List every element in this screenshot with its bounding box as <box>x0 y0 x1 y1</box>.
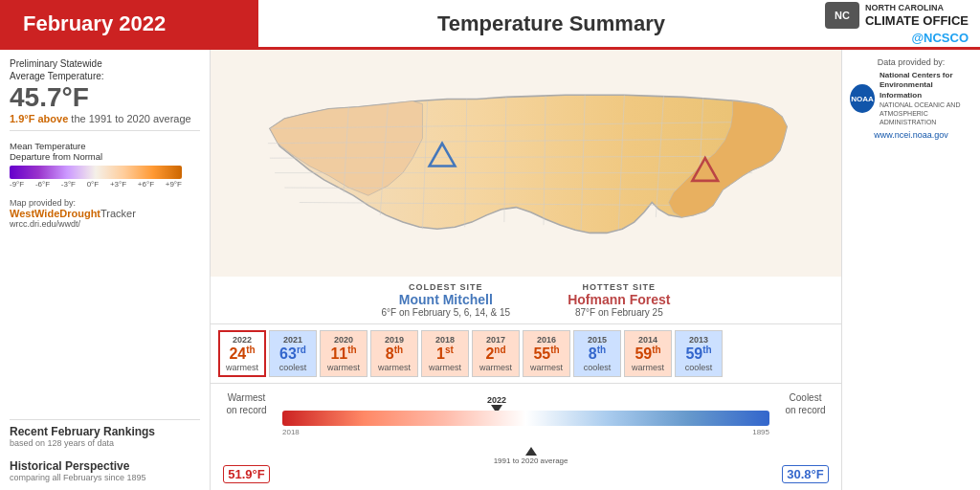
coolest-label: Cooleston record <box>779 391 832 416</box>
center-panel: COLDEST SITE Mount Mitchell 6°F on Febru… <box>211 50 841 490</box>
coldest-site-name: Mount Mitchell <box>382 292 511 307</box>
nc-map <box>211 50 841 277</box>
nc-icon: NC <box>825 2 859 29</box>
rank-number: 59th <box>635 345 660 363</box>
rank-number: 63rd <box>279 345 306 363</box>
rank-cell-2019: 2019 8th warmest <box>370 330 418 377</box>
rank-year: 2013 <box>689 335 708 345</box>
hottest-site-name: Hofmann Forest <box>568 292 670 307</box>
map-provider-link[interactable]: WestWideDroughtTracker <box>10 208 200 219</box>
noaa-logo: NOAA National Centers forEnvironmental I… <box>850 71 972 126</box>
rank-label: warmest <box>632 363 664 372</box>
rank-year: 2015 <box>588 335 607 345</box>
rank-number: 59th <box>685 345 711 363</box>
map-provider-label: Map provided by: <box>10 198 200 208</box>
warmest-year: 2018 <box>282 428 300 436</box>
page-header: February 2022 Temperature Summary NC NOR… <box>0 0 980 50</box>
warmest-temp: 51.9°F <box>223 465 269 483</box>
legend-title: Mean TemperatureDeparture from Normal <box>10 141 200 163</box>
rank-label: coolest <box>279 363 307 372</box>
hist-avg-marker <box>525 447 537 456</box>
rank-cell-2017: 2017 2nd warmest <box>472 330 520 377</box>
page-subtitle: Temperature Summary <box>437 11 665 35</box>
avg-temp-value: 45.7°F <box>10 82 200 113</box>
color-bar-labels: -9°F -6°F -3°F 0°F +3°F +6°F +9°F <box>10 180 182 189</box>
above-prefix: above <box>37 113 68 124</box>
rank-label: warmest <box>429 363 461 372</box>
rank-cell-2015: 2015 8th coolest <box>573 330 621 377</box>
subtitle-area: Temperature Summary <box>258 11 825 36</box>
rank-year: 2017 <box>486 335 505 345</box>
rank-year: 2019 <box>385 335 404 345</box>
map-provider: Map provided by: WestWideDroughtTracker … <box>10 198 200 229</box>
rank-number: 8th <box>386 345 403 363</box>
rankings-section: Recent February Rankings based on 128 ye… <box>10 419 200 448</box>
rankings-bar: 2022 24th warmest 2021 63rd coolest 2020… <box>211 324 841 384</box>
rank-cell-2020: 2020 11th warmest <box>320 330 368 377</box>
twitter-handle[interactable]: @NCSCO <box>911 31 969 45</box>
coolest-temp: 30.8°F <box>782 465 828 483</box>
rank-number: 11th <box>330 345 356 363</box>
rank-cell-2018: 2018 1st warmest <box>421 330 469 377</box>
rank-number: 2nd <box>485 345 505 363</box>
historical-bar: Warmeston record 2022 <box>211 384 841 490</box>
historical-title: Historical Perspective <box>10 459 200 473</box>
above-value: 1.9°F <box>10 113 34 124</box>
rank-cell-2013: 2013 59th coolest <box>675 330 723 377</box>
noaa-org-name: National Centers forEnvironmental Inform… <box>880 71 972 126</box>
rank-label: warmest <box>530 363 563 372</box>
hottest-site-detail: 87°F on February 25 <box>568 307 670 318</box>
coldest-site-type: COLDEST SITE <box>382 282 511 292</box>
rank-cell-2021: 2021 63rd coolest <box>269 330 317 377</box>
main-content: Preliminary StatewideAverage Temperature… <box>0 50 980 490</box>
hottest-site-type: HOTTEST SITE <box>568 282 670 292</box>
rank-year: 2022 <box>233 335 252 345</box>
nc-climate-logo: NC NORTH CAROLINACLIMATE OFFICE <box>825 2 969 29</box>
rank-label: warmest <box>378 363 411 372</box>
rank-label: warmest <box>327 363 360 372</box>
hist-temp-row: 51.9°F 30.8°F <box>220 465 832 482</box>
org-branding: NC NORTH CAROLINACLIMATE OFFICE @NCSCO <box>825 2 980 45</box>
historical-section: Historical Perspective comparing all Feb… <box>10 459 200 482</box>
rank-label: warmest <box>226 363 258 372</box>
color-bar <box>10 166 182 179</box>
rank-year: 2020 <box>334 335 353 345</box>
rankings-title: Recent February Rankings <box>10 425 200 438</box>
historical-subtitle: comparing all Februarys since 1895 <box>10 473 200 482</box>
nc-map-svg <box>211 50 841 277</box>
rank-label: warmest <box>479 363 512 372</box>
data-provider-section: Data provided by: NOAA National Centers … <box>850 57 972 140</box>
hist-gradient-bar <box>282 411 769 426</box>
hottest-site-box: HOTTEST SITE Hofmann Forest 87°F on Febr… <box>568 282 670 318</box>
rank-number: 24th <box>229 345 255 363</box>
rank-number: 55th <box>533 345 559 363</box>
rank-year: 2014 <box>638 335 657 345</box>
rank-cell-2016: 2016 55th warmest <box>523 330 570 377</box>
noaa-icon: NOAA <box>850 84 875 113</box>
left-panel: Preliminary StatewideAverage Temperature… <box>0 50 211 490</box>
rankings-subtitle: based on 128 years of data <box>10 438 200 448</box>
coolest-year: 1895 <box>752 428 769 436</box>
data-provider-label: Data provided by: <box>850 57 972 67</box>
page-title: February 2022 <box>23 11 166 36</box>
coldest-site-box: COLDEST SITE Mount Mitchell 6°F on Febru… <box>382 282 511 318</box>
rank-cell-2022: 2022 24th warmest <box>218 330 266 377</box>
title-banner: February 2022 <box>0 0 258 49</box>
temperature-section: Preliminary StatewideAverage Temperature… <box>10 57 200 131</box>
hist-bar-wrapper: 2022 1991 to 2020 average <box>282 391 769 465</box>
warmest-label: Warmeston record <box>220 391 273 416</box>
rank-cell-2014: 2014 59th warmest <box>624 330 672 377</box>
prelim-label: Preliminary StatewideAverage Temperature… <box>10 57 200 82</box>
hist-avg-label: 1991 to 2020 average <box>494 457 568 465</box>
ncei-url: www.ncei.noaa.gov <box>850 130 972 140</box>
rank-year: 2016 <box>537 335 556 345</box>
rank-label: coolest <box>584 363 612 372</box>
right-panel: Data provided by: NOAA National Centers … <box>841 50 980 490</box>
rank-year: 2018 <box>435 335 455 345</box>
rank-number: 1st <box>436 345 454 363</box>
noaa-subtext: NATIONAL OCEANIC ANDATMOSPHERIC ADMINIST… <box>880 100 972 126</box>
coldest-site-detail: 6°F on February 5, 6, 14, & 15 <box>382 307 511 318</box>
above-avg-label: 1.9°F above the 1991 to 2020 average <box>10 113 200 124</box>
rank-label: coolest <box>685 363 713 372</box>
map-provider-url: wrcc.dri.edu/wwdt/ <box>10 219 200 229</box>
